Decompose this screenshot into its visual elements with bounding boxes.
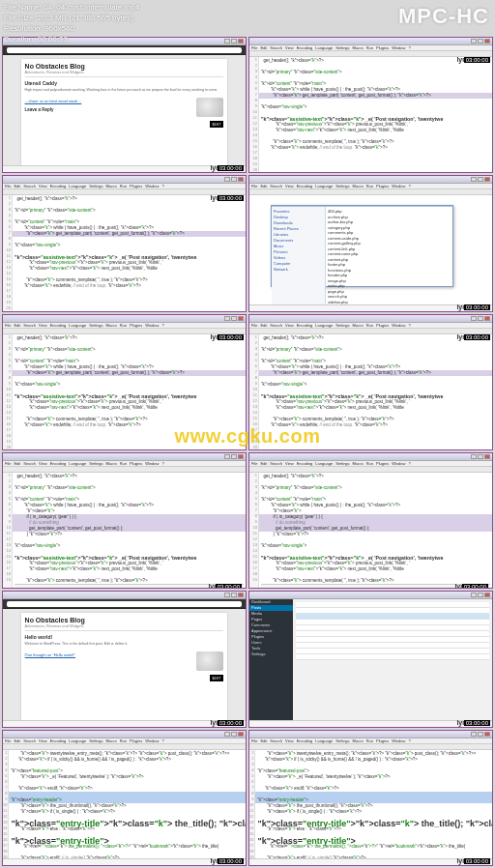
thumbnail-tile[interactable]: FileEditSearchViewEncodingLanguageSettin… <box>248 314 493 450</box>
page-viewport[interactable]: No Obstacles BlogAdventures, Reviews and… <box>3 55 246 165</box>
close-button[interactable] <box>484 316 490 321</box>
menu-item[interactable]: File <box>251 738 257 743</box>
thumbnail-tile[interactable]: FileEditSearchViewEncodingLanguageSettin… <box>2 314 247 450</box>
menu-item[interactable]: ? <box>408 738 410 743</box>
menu-item[interactable]: Settings <box>89 738 102 743</box>
code-editor[interactable]: 123456789101112131415161718192021 get_he… <box>3 334 246 449</box>
code-text[interactable]: get_header(); "k">class="k">?> "k">id="p… <box>13 473 246 588</box>
thumbnail-tile[interactable]: FileEditSearchViewEncodingLanguageSettin… <box>248 452 493 589</box>
menu-item[interactable]: Plugins <box>376 323 389 328</box>
menu-item[interactable]: Search <box>23 461 36 466</box>
code-editor[interactable]: 123456789101112131415161718192021 get_he… <box>249 57 492 172</box>
menu-item[interactable]: Macro <box>353 738 364 743</box>
thumbnail-tile[interactable]: FileEditSearchViewEncodingLanguageSettin… <box>2 452 247 589</box>
menu-item[interactable]: Settings <box>335 461 349 466</box>
menu-item[interactable]: Search <box>270 45 282 50</box>
menu-item[interactable]: View <box>39 461 47 466</box>
menu-item[interactable]: Window <box>145 323 159 328</box>
menu-item[interactable]: Settings <box>335 738 349 743</box>
menu-item[interactable]: Encoding <box>297 323 313 328</box>
menu-item[interactable]: Run <box>120 738 127 743</box>
menu-item[interactable]: Encoding <box>50 461 67 466</box>
maximize-button[interactable] <box>478 316 483 321</box>
minimize-button[interactable] <box>224 732 230 737</box>
menu-item[interactable]: Macro <box>353 461 364 466</box>
menu-item[interactable]: Run <box>366 323 373 328</box>
menu-item[interactable]: Macro <box>106 184 117 188</box>
menu-item[interactable]: ? <box>161 323 163 328</box>
menu-item[interactable]: File <box>251 184 257 188</box>
dialog-nav-pane[interactable]: FavoritesDesktopDownloadsRecent PlacesLi… <box>272 207 326 304</box>
menu-item[interactable]: Encoding <box>297 184 313 188</box>
menu-item[interactable]: View <box>39 323 47 328</box>
menu-item[interactable]: Encoding <box>50 184 67 188</box>
menu-item[interactable]: Encoding <box>297 45 313 50</box>
menu-item[interactable]: Window <box>392 461 405 466</box>
menu-item[interactable]: Language <box>69 461 86 466</box>
menu-item[interactable]: Window <box>145 738 159 743</box>
code-editor[interactable]: 123456789101112131415161718192021 get_he… <box>249 334 492 449</box>
code-text[interactable]: "k">class="k"> twentytwelve_entry_meta()… <box>255 750 492 858</box>
menu-item[interactable]: Run <box>120 323 127 328</box>
close-button[interactable] <box>238 177 244 182</box>
code-text[interactable]: get_header(); "k">class="k">?> "k">id="p… <box>259 473 492 588</box>
close-button[interactable] <box>484 454 490 459</box>
menu-item[interactable]: Encoding <box>50 738 67 743</box>
menu-item[interactable]: Macro <box>106 461 117 466</box>
menu-item[interactable]: View <box>285 738 294 743</box>
menu-item[interactable]: File <box>251 461 257 466</box>
menu-item[interactable]: Run <box>366 45 373 50</box>
menu-item[interactable]: View <box>285 461 294 466</box>
menu-item[interactable]: ? <box>408 323 410 328</box>
menu-item[interactable]: Window <box>392 45 405 50</box>
thumbnail-tile[interactable]: FileEditSearchViewEncodingLanguageSettin… <box>248 730 493 866</box>
menu-item[interactable]: Run <box>366 461 373 466</box>
menu-item[interactable]: File <box>251 45 257 50</box>
close-button[interactable] <box>484 593 490 597</box>
code-editor[interactable]: 12345678910111213141516171819 get_header… <box>3 473 246 588</box>
menu-item[interactable]: File <box>5 323 11 328</box>
menu-item[interactable]: ? <box>161 461 163 466</box>
menu-item[interactable]: Macro <box>353 184 364 188</box>
menu-item[interactable]: Search <box>270 738 282 743</box>
menu-item[interactable]: Window <box>145 461 159 466</box>
menu-item[interactable]: Search <box>270 461 282 466</box>
post-link[interactable]: …share us on best wood wash… <box>25 99 224 103</box>
thumbnail-tile[interactable]: DashboardPostsMediaPagesCommentsAppearan… <box>248 591 493 727</box>
code-text[interactable]: get_header(); "k">class="k">?> "k">id="p… <box>259 334 492 449</box>
thumbnail-tile[interactable]: FileEditSearchViewEncodingLanguageSettin… <box>2 730 247 866</box>
close-button[interactable] <box>484 732 490 737</box>
menu-item[interactable]: Run <box>120 461 127 466</box>
menu-item[interactable]: Edit <box>260 323 267 328</box>
close-button[interactable] <box>484 177 490 182</box>
maximize-button[interactable] <box>231 732 237 737</box>
menu-item[interactable]: Search <box>23 184 36 188</box>
minimize-button[interactable] <box>224 316 230 321</box>
menu-item[interactable]: Macro <box>106 738 117 743</box>
menu-item[interactable]: Edit <box>260 45 267 50</box>
menu-item[interactable]: ? <box>408 45 410 50</box>
menu-item[interactable]: ? <box>161 184 163 188</box>
menu-item[interactable]: View <box>39 184 47 188</box>
menu-item[interactable]: Edit <box>14 323 20 328</box>
menu-item[interactable]: Language <box>69 738 86 743</box>
menu-item[interactable]: Plugins <box>130 461 142 466</box>
dialog-file-list[interactable]: 404.phparchive.phpauthor-bio.phpcategory… <box>326 207 452 304</box>
menu-item[interactable]: Settings <box>89 461 102 466</box>
menu-item[interactable]: Macro <box>106 323 117 328</box>
menu-item[interactable]: Run <box>366 738 373 743</box>
menu-item[interactable]: Language <box>69 323 86 328</box>
menu-item[interactable]: Search <box>23 738 36 743</box>
menu-item[interactable]: Language <box>315 184 333 188</box>
menu-item[interactable]: ? <box>161 738 163 743</box>
thumbnail-tile[interactable]: FileEditSearchViewEncodingLanguageSettin… <box>248 37 493 173</box>
table-row[interactable] <box>296 654 489 660</box>
code-editor[interactable]: 12345678910111213141516171819 get_header… <box>249 473 492 588</box>
address-bar[interactable] <box>7 47 242 53</box>
code-text[interactable]: get_header(); "k">class="k">?> "k">id="p… <box>259 57 492 172</box>
minimize-button[interactable] <box>224 177 230 182</box>
menu-item[interactable]: Plugins <box>376 738 389 743</box>
menu-item[interactable]: Edit <box>14 184 20 188</box>
minimize-button[interactable] <box>224 454 230 459</box>
menu-item[interactable]: Window <box>392 738 405 743</box>
